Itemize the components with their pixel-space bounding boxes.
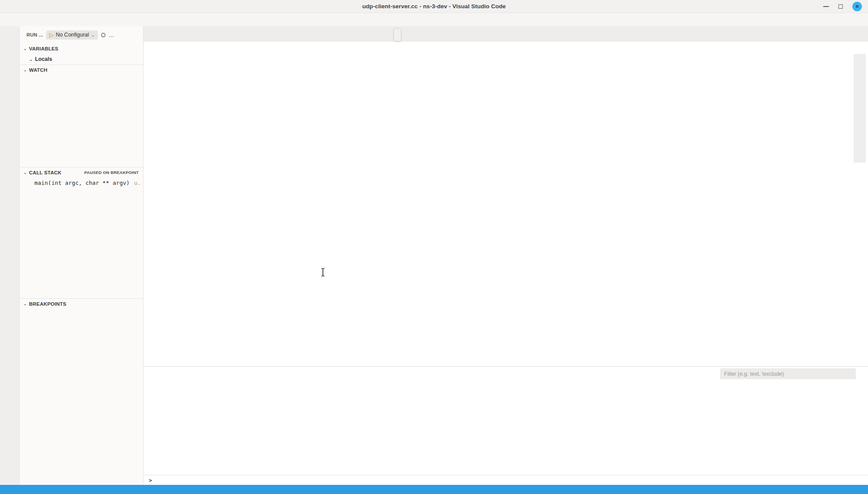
call-stack-section-header[interactable]: ⌄ CALL STACK PAUSED ON BREAKPOINT xyxy=(20,167,143,177)
breakpoints-section-header[interactable]: ⌄ BREAKPOINTS xyxy=(20,298,143,309)
panel-header xyxy=(144,367,868,381)
chevron-down-icon: ⌄ xyxy=(23,302,27,306)
minimize-button[interactable] xyxy=(823,6,829,7)
editor-tab-bar xyxy=(144,26,868,42)
more-actions-icon[interactable]: ... xyxy=(109,31,114,38)
debug-console-output[interactable] xyxy=(144,381,868,475)
status-bar xyxy=(0,485,868,494)
debug-toolbar xyxy=(394,28,401,41)
debug-config-label: No Configural xyxy=(56,32,89,38)
editor-region: > xyxy=(144,26,868,485)
chevron-down-icon: ⌄ xyxy=(23,47,27,51)
vscode-window: { "title_bar": { "title": "udp-client-se… xyxy=(0,0,868,494)
paused-on-breakpoint-badge: PAUSED ON BREAKPOINT xyxy=(84,170,139,175)
watch-section-header[interactable]: ⌄ WATCH xyxy=(20,64,143,75)
code-editor[interactable] xyxy=(144,53,868,366)
gear-icon[interactable]: ⛭ xyxy=(101,31,106,39)
start-debug-icon[interactable]: ▷ xyxy=(49,32,53,38)
bottom-panel: > xyxy=(144,366,868,485)
stack-frame[interactable]: main(int argc, char ** argv) u. xyxy=(20,177,143,188)
editor-actions xyxy=(861,26,868,42)
run-label: RUN ... xyxy=(27,32,43,37)
variables-section-header[interactable]: ⌄ VARIABLES xyxy=(20,43,143,54)
chevron-down-icon: ⌄ xyxy=(23,68,27,72)
locals-scope[interactable]: ⌄ Locals xyxy=(20,54,143,64)
title-bar: udp-client-server.cc - ns-3-dev - Visual… xyxy=(0,0,868,13)
minimap[interactable] xyxy=(810,53,851,366)
maximize-button[interactable] xyxy=(838,4,843,9)
watch-empty-area xyxy=(20,75,143,167)
breadcrumb[interactable] xyxy=(144,42,868,53)
run-bar: RUN ... ▷ No Configural ⌄ ⛭ ... xyxy=(20,26,143,43)
debug-config-dropdown[interactable]: ▷ No Configural ⌄ xyxy=(46,30,98,40)
menu-bar xyxy=(0,13,868,26)
prompt-chevron: > xyxy=(149,477,152,484)
scrollbar-thumb[interactable] xyxy=(854,54,866,163)
window-title: udp-client-server.cc - ns-3-dev - Visual… xyxy=(0,3,868,10)
window-controls: × xyxy=(823,2,868,11)
close-button[interactable]: × xyxy=(852,2,862,11)
debug-sidebar: RUN ... ▷ No Configural ⌄ ⛭ ... ⌄ VARIAB… xyxy=(20,26,144,485)
call-stack-empty-area xyxy=(20,188,143,298)
chevron-down-icon: ⌄ xyxy=(23,170,27,175)
chevron-down-icon: ⌄ xyxy=(29,57,33,62)
editor-scrollbar[interactable] xyxy=(851,53,868,366)
panel-header-right xyxy=(720,368,862,379)
activity-bar xyxy=(0,26,20,485)
chevron-down-icon: ⌄ xyxy=(91,33,95,37)
main-row: RUN ... ▷ No Configural ⌄ ⛭ ... ⌄ VARIAB… xyxy=(0,26,868,485)
console-filter-input[interactable] xyxy=(720,368,856,379)
debug-console-input[interactable]: > xyxy=(144,475,868,485)
